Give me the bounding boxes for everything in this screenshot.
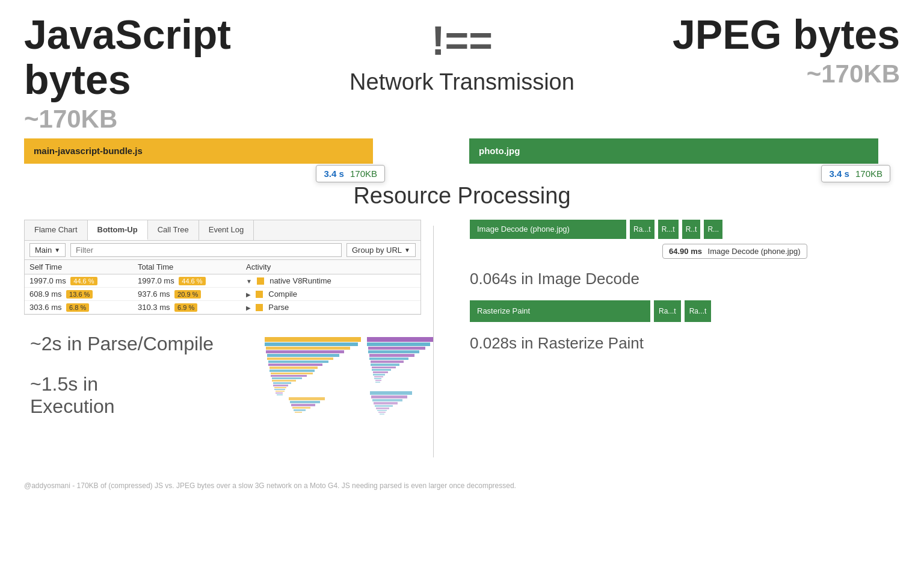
self-time-badge-0: 44.6 %	[70, 277, 97, 285]
table-row[interactable]: 1997.0 ms 44.6 % 1997.0 ms 44.6 % ▼ nati…	[25, 274, 420, 287]
table-row[interactable]: 303.6 ms 6.8 % 310.3 ms 6.9 % ▶ Parse	[25, 300, 420, 314]
jpeg-bytes-size: ~170KB	[807, 60, 900, 88]
decode-small-bar-3: R...	[704, 220, 722, 239]
svg-rect-6	[268, 361, 328, 363]
flame-chart-area	[265, 337, 433, 457]
js-network-bar: main-javascript-bundle.js	[24, 138, 373, 164]
svg-rect-30	[368, 350, 419, 353]
js-bytes-title: JavaScript bytes	[24, 12, 277, 102]
activity-icon-1	[256, 291, 263, 298]
svg-rect-42	[375, 382, 380, 383]
decode-small-bar-1: R...t	[658, 220, 679, 239]
svg-rect-21	[289, 397, 325, 400]
decode-tooltip-wrapper: 64.90 ms Image Decode (phone.jpg)	[506, 241, 912, 259]
decode-tooltip-ms: 64.90 ms	[669, 247, 702, 256]
jpeg-network-bar: photo.jpg	[469, 138, 878, 164]
svg-rect-14	[273, 382, 291, 384]
tab-call-tree[interactable]: Call Tree	[148, 220, 199, 240]
self-time-cell: 303.6 ms 6.8 %	[25, 300, 133, 314]
js-tooltip: 3.4 s 170KB	[316, 165, 385, 182]
tab-flame-chart[interactable]: Flame Chart	[25, 220, 88, 240]
jpeg-bar-container: photo.jpg 3.4 s 170KB	[469, 138, 878, 164]
svg-rect-19	[276, 392, 283, 394]
th-total-time: Total Time	[133, 260, 241, 274]
svg-rect-37	[373, 371, 388, 373]
flame-chart-svg	[265, 337, 433, 457]
svg-rect-38	[373, 374, 385, 376]
activity-icon-2	[256, 304, 263, 311]
svg-rect-0	[265, 337, 361, 342]
tab-bottom-up[interactable]: Bottom-Up	[88, 220, 148, 240]
svg-rect-25	[294, 409, 306, 411]
jpeg-bar-label: photo.jpg	[479, 146, 520, 156]
svg-rect-8	[270, 367, 318, 369]
js-bar-label: main-javascript-bundle.js	[34, 146, 143, 156]
svg-rect-1	[265, 342, 358, 346]
table-row[interactable]: 608.9 ms 13.6 % 937.6 ms 20.9 % ▶ Compil…	[25, 287, 420, 300]
decode-tooltip: 64.90 ms Image Decode (phone.jpg)	[662, 244, 807, 259]
svg-rect-7	[268, 364, 322, 366]
self-time-cell: 1997.0 ms 44.6 %	[25, 274, 133, 287]
expand-triangle-2[interactable]: ▶	[246, 305, 251, 311]
total-time-cell: 310.3 ms 6.9 %	[133, 300, 241, 314]
total-time-cell: 1997.0 ms 44.6 %	[133, 274, 241, 287]
devtools-toolbar: Main ▼ Group by URL ▼	[25, 241, 420, 260]
svg-rect-22	[290, 401, 320, 403]
svg-rect-29	[368, 347, 425, 350]
rasterize-small-bar-0: Ra...t	[654, 300, 681, 322]
bottom-section: Flame Chart Bottom-Up Call Tree Event Lo…	[0, 220, 924, 457]
svg-rect-33	[371, 361, 404, 363]
svg-rect-3	[266, 350, 344, 353]
total-time-cell: 937.6 ms 20.9 %	[133, 287, 241, 300]
rasterize-main-bar: Rasterize Paint	[470, 300, 650, 322]
svg-rect-4	[267, 354, 339, 357]
decode-caption: 0.064s in Image Decode	[470, 270, 912, 288]
left-column: Flame Chart Bottom-Up Call Tree Event Lo…	[12, 220, 433, 457]
svg-rect-9	[270, 370, 315, 372]
jpeg-tooltip: 3.4 s 170KB	[821, 165, 890, 182]
tab-event-log[interactable]: Event Log	[199, 220, 254, 240]
svg-rect-20	[277, 394, 283, 395]
network-bars-section: main-javascript-bundle.js 3.4 s 170KB ph…	[0, 134, 924, 169]
svg-rect-31	[369, 354, 414, 357]
svg-rect-13	[272, 380, 296, 382]
svg-rect-48	[376, 407, 389, 409]
devtools-table: Self Time Total Time Activity 1997.0 ms …	[25, 260, 420, 314]
jpeg-bytes-column: JPEG bytes ~170KB	[647, 12, 900, 88]
svg-rect-5	[267, 358, 333, 360]
svg-rect-32	[369, 358, 408, 360]
devtools-panel: Flame Chart Bottom-Up Call Tree Event Lo…	[24, 220, 421, 315]
image-decode-section: Image Decode (phone.jpg) Ra...t R...t R.…	[470, 220, 912, 259]
execution-label: ~1.5s in Execution	[30, 373, 156, 418]
main-dropdown[interactable]: Main ▼	[29, 243, 66, 257]
jpeg-bytes-title: JPEG bytes	[673, 12, 900, 57]
rasterize-bar-row: Rasterize Paint Ra...t Ra...t	[470, 300, 912, 322]
devtools-tab-bar: Flame Chart Bottom-Up Call Tree Event Lo…	[25, 220, 420, 241]
activity-cell: ▶ Parse	[241, 300, 420, 314]
table-header: Self Time Total Time Activity	[25, 260, 420, 274]
expand-triangle-0[interactable]: ▼	[246, 278, 252, 285]
rasterize-small-bar-1: Ra...t	[685, 300, 712, 322]
main-dropdown-caret: ▼	[54, 247, 60, 253]
activity-cell: ▼ native V8Runtime	[241, 274, 420, 287]
filter-input[interactable]	[70, 243, 342, 257]
jpeg-tooltip-size: 170KB	[855, 169, 882, 179]
th-self-time: Self Time	[25, 260, 133, 274]
svg-rect-50	[378, 412, 386, 413]
group-by-dropdown[interactable]: Group by URL ▼	[346, 243, 416, 257]
total-time-badge-0: 44.6 %	[179, 277, 205, 285]
activity-cell: ▶ Compile	[241, 287, 420, 300]
svg-rect-39	[374, 376, 383, 377]
js-bytes-size: ~170KB	[24, 105, 117, 134]
activity-icon-0	[257, 277, 264, 285]
expand-triangle-1[interactable]: ▶	[246, 291, 251, 298]
svg-rect-16	[274, 387, 286, 388]
svg-rect-51	[380, 413, 384, 415]
neq-symbol: !==	[431, 18, 493, 63]
total-time-badge-1: 20.9 %	[174, 290, 201, 299]
decode-main-bar: Image Decode (phone.jpg)	[470, 220, 626, 239]
self-time-cell: 608.9 ms 13.6 %	[25, 287, 133, 300]
rasterize-section: Rasterize Paint Ra...t Ra...t	[470, 300, 912, 322]
self-time-badge-1: 13.6 %	[66, 290, 93, 299]
neq-column: !== Network Transmission	[277, 12, 647, 95]
